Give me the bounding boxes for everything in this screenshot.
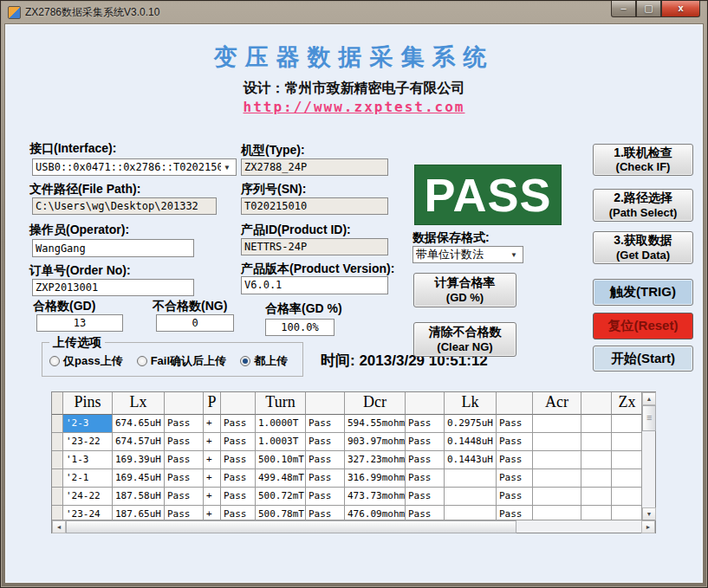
interface-combobox[interactable]: USB0::0x0471::0x2786::T020215010::: ▼ [32, 158, 237, 176]
product-version-field[interactable]: V6.0.1 [241, 276, 388, 294]
table-cell[interactable] [533, 433, 581, 451]
column-header[interactable] [406, 392, 445, 415]
table-cell[interactable]: Pass [306, 415, 345, 433]
upload-option[interactable]: 都上传 [240, 353, 288, 369]
table-cell[interactable]: Pass [406, 488, 445, 506]
table-cell[interactable]: 594.55mohm [345, 415, 406, 433]
table-cell[interactable] [581, 415, 612, 433]
row-header[interactable] [52, 415, 63, 433]
operator-input[interactable] [32, 239, 194, 257]
close-button[interactable]: x [661, 1, 700, 17]
table-cell[interactable]: 0.2975uH [445, 415, 497, 433]
row-header[interactable] [52, 433, 63, 451]
type-field[interactable]: ZX2788_24P [241, 158, 388, 176]
vscroll-thumb[interactable] [642, 405, 656, 431]
table-cell[interactable]: Pass [165, 469, 204, 488]
row-header[interactable] [52, 451, 63, 469]
column-header[interactable]: Lk [445, 392, 497, 415]
table-cell[interactable]: Pass [306, 488, 345, 506]
table-cell[interactable] [612, 451, 643, 469]
table-cell[interactable]: '23-22 [63, 433, 113, 451]
table-cell[interactable]: 0.1443uH [445, 451, 497, 469]
save-format-combobox[interactable]: 带单位计数法 ▼ [412, 246, 523, 263]
table-cell[interactable]: 0.1448uH [445, 433, 497, 451]
table-cell[interactable]: Pass [497, 488, 533, 506]
column-header[interactable]: Dcr [345, 392, 406, 415]
horizontal-scrollbar[interactable]: ◄ ► [52, 520, 655, 533]
table-cell[interactable] [581, 433, 612, 451]
column-header[interactable]: Pins [63, 392, 113, 415]
check-if-button[interactable]: 1.联机检查 (Check IF) [593, 144, 693, 176]
hscroll-thumb[interactable] [66, 520, 516, 533]
table-cell[interactable]: Pass [221, 415, 256, 433]
column-header[interactable]: Lx [113, 392, 165, 415]
table-cell[interactable]: '2-3 [63, 415, 113, 433]
table-cell[interactable]: 473.73mohm [345, 488, 406, 506]
table-cell[interactable]: Pass [497, 433, 533, 451]
table-cell[interactable]: Pass [497, 451, 533, 469]
get-data-button[interactable]: 3.获取数据 (Get Data) [593, 231, 693, 264]
table-cell[interactable]: 1.0000T [256, 415, 306, 433]
column-header[interactable] [306, 392, 345, 415]
table-cell[interactable]: Pass [165, 488, 204, 506]
table-cell[interactable]: Pass [221, 433, 256, 451]
table-cell[interactable]: + [204, 433, 221, 451]
table-cell[interactable]: 1.0003T [256, 433, 306, 451]
table-cell[interactable]: 187.58uH [113, 488, 165, 506]
product-id-field[interactable]: NETTRS-24P [241, 238, 388, 255]
table-cell[interactable]: Pass [221, 469, 256, 488]
table-cell[interactable]: + [204, 415, 221, 433]
ng-input[interactable] [156, 314, 234, 332]
table-cell[interactable]: Pass [306, 433, 345, 451]
file-path-input[interactable] [32, 197, 217, 215]
table-cell[interactable]: 500.72mT [256, 488, 306, 506]
gd-input[interactable] [36, 314, 123, 332]
table-cell[interactable]: 169.39uH [113, 451, 165, 469]
table-cell[interactable] [445, 488, 497, 506]
website-link[interactable]: http://www.zxptest.com [5, 99, 703, 115]
table-cell[interactable] [581, 488, 612, 506]
scroll-left-icon[interactable]: ◄ [52, 520, 66, 533]
table-cell[interactable]: 499.48mT [256, 469, 306, 488]
table-cell[interactable]: Pass [497, 415, 533, 433]
upload-option[interactable]: 仅pass上传 [49, 353, 123, 369]
table-cell[interactable]: Pass [406, 469, 445, 488]
table-cell[interactable]: '24-22 [63, 488, 113, 506]
order-no-input[interactable] [32, 279, 194, 296]
scroll-right-icon[interactable]: ► [641, 520, 655, 533]
column-header[interactable] [165, 392, 204, 415]
table-cell[interactable]: 674.57uH [113, 433, 165, 451]
table-cell[interactable]: Pass [406, 451, 445, 469]
row-header[interactable] [52, 488, 63, 506]
table-cell[interactable]: Pass [221, 488, 256, 506]
path-select-button[interactable]: 2.路径选择 (Path Select) [593, 189, 693, 222]
reset-button[interactable]: 复位(Reset) [593, 313, 693, 339]
table-cell[interactable]: Pass [165, 415, 204, 433]
table-cell[interactable] [612, 415, 643, 433]
table-cell[interactable] [612, 433, 643, 451]
table-cell[interactable]: Pass [406, 433, 445, 451]
table-cell[interactable] [581, 451, 612, 469]
column-header[interactable]: Zx [612, 392, 643, 415]
table-cell[interactable]: 327.23mohm [345, 451, 406, 469]
table-cell[interactable]: Pass [306, 469, 345, 488]
table-cell[interactable] [612, 488, 643, 506]
column-header[interactable]: P [204, 392, 221, 415]
table-cell[interactable]: Pass [221, 451, 256, 469]
scroll-down-icon[interactable]: ▼ [642, 507, 656, 520]
gd-rate-input[interactable] [265, 319, 335, 336]
scroll-up-icon[interactable]: ▲ [642, 392, 656, 405]
table-cell[interactable]: '2-1 [63, 469, 113, 488]
upload-option[interactable]: Fail确认后上传 [137, 353, 226, 369]
table-cell[interactable]: Pass [497, 469, 533, 488]
table-cell[interactable]: 316.99mohm [345, 469, 406, 488]
table-cell[interactable]: '1-3 [63, 451, 113, 469]
table-cell[interactable]: + [204, 469, 221, 488]
table-cell[interactable]: Pass [406, 415, 445, 433]
start-button[interactable]: 开始(Start) [593, 346, 693, 372]
table-cell[interactable]: 903.97mohm [345, 433, 406, 451]
calc-rate-button[interactable]: 计算合格率 (GD %) [413, 273, 516, 307]
table-cell[interactable]: Pass [165, 451, 204, 469]
table-cell[interactable] [581, 469, 612, 488]
vertical-scrollbar[interactable]: ▲ ▼ [641, 392, 655, 520]
